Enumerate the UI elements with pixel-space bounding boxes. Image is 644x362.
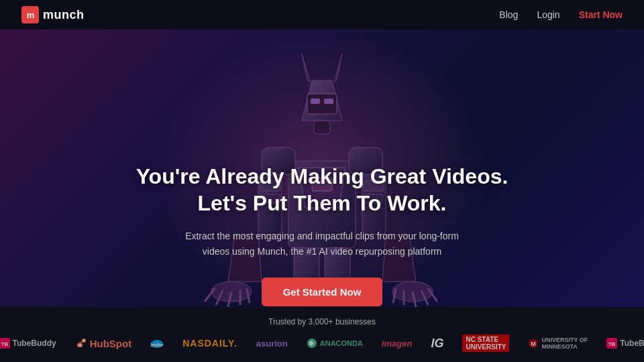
logo-imagen: imagen bbox=[382, 339, 413, 349]
logo-asurion: asurion bbox=[256, 339, 288, 349]
logo-hubspot: HubSpot bbox=[75, 338, 131, 349]
logo-anaconda: ANACONDA bbox=[307, 338, 363, 349]
logo-nasdaily: NASDAILY. bbox=[182, 338, 237, 349]
hero-content: You're Already Making Great Videos. Let'… bbox=[136, 56, 508, 306]
logo-icon: m bbox=[21, 6, 39, 23]
hero-title: You're Already Making Great Videos. Let'… bbox=[136, 163, 508, 217]
logos-bar: Trusted by 3,000+ businesses M UNIVERSIT… bbox=[0, 307, 644, 362]
logo-salesforce: salesforce bbox=[150, 338, 164, 349]
logo-ig: IG bbox=[431, 337, 443, 351]
logo-umn-2: M UNIVERSITY OFMINNESOTA bbox=[528, 337, 588, 350]
nav-links: Blog Login Start Now bbox=[499, 9, 623, 20]
logo-text: munch bbox=[43, 8, 85, 22]
nav-login[interactable]: Login bbox=[537, 9, 559, 20]
svg-text:M: M bbox=[531, 341, 537, 347]
svg-text:salesforce: salesforce bbox=[150, 343, 164, 347]
get-started-button[interactable]: Get Started Now bbox=[262, 278, 383, 306]
logo-ncstate: NC STATEUNIVERSITY bbox=[462, 335, 509, 352]
logo-tubebuddy-2: TB TubeBuddy bbox=[606, 338, 644, 349]
logo-tubebuddy: TB TubeBuddy bbox=[0, 338, 56, 349]
svg-rect-42 bbox=[78, 345, 81, 346]
logos-row: M UNIVERSITY OFMINNESOTA TB TubeBuddy Hu… bbox=[0, 335, 644, 352]
svg-point-39 bbox=[83, 340, 85, 342]
nav-blog[interactable]: Blog bbox=[499, 9, 518, 20]
svg-text:TB: TB bbox=[608, 341, 616, 347]
svg-text:TB: TB bbox=[1, 341, 8, 347]
nav-start-now[interactable]: Start Now bbox=[579, 9, 623, 20]
hero-subtitle: Extract the most engaging and impactful … bbox=[181, 229, 463, 259]
navbar: m munch Blog Login Start Now bbox=[0, 0, 644, 29]
trusted-text: Trusted by 3,000+ businesses bbox=[268, 317, 376, 326]
logo[interactable]: m munch bbox=[21, 6, 85, 23]
